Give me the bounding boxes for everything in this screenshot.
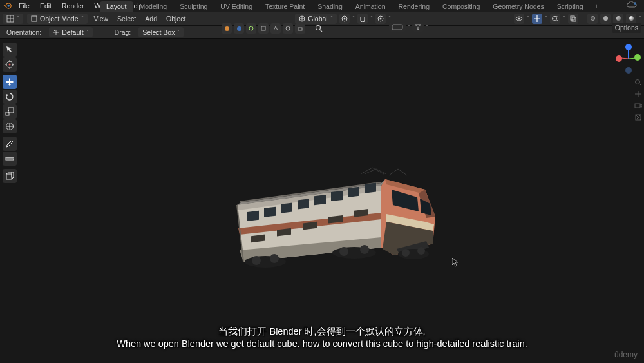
svg-rect-15 [571,16,574,20]
drag-label: Drag: [112,28,134,36]
svg-point-55 [402,249,410,257]
svg-rect-18 [261,26,265,30]
svg-point-52 [270,254,279,263]
ws-tab-sculpting[interactable]: Sculpting [173,1,214,12]
ov-btn-2[interactable] [234,23,244,34]
tool-cursor[interactable] [3,57,17,72]
svg-point-54 [360,245,369,254]
tool-scale[interactable] [3,104,17,119]
orientation-value-dropdown[interactable]: Default ˅ [49,27,92,37]
svg-rect-30 [6,174,12,179]
tool-rotate[interactable] [3,90,17,104]
svg-rect-39 [314,195,326,205]
svg-rect-16 [572,17,576,21]
xray-toggle[interactable] [568,14,578,24]
svg-point-56 [417,247,425,255]
mode-dropdown[interactable]: Object Mode ˅ [27,14,88,24]
svg-rect-38 [298,199,309,209]
svg-point-11 [379,17,381,19]
ws-tab-shading[interactable]: Shading [311,1,349,12]
ws-tab-rendering[interactable]: Rendering [392,1,436,12]
svg-point-25 [9,64,11,66]
gizmo-neg-z-axis[interactable] [625,67,632,74]
cloud-sync-icon[interactable] [626,1,638,11]
workspace-tabs: Layout Modeling Sculpting UV Editing Tex… [100,1,603,12]
shading-wireframe[interactable] [587,14,598,24]
svg-point-12 [518,17,520,19]
svg-line-32 [639,84,641,86]
mini-perspective-icon[interactable] [634,113,642,121]
svg-rect-20 [298,28,302,30]
drag-value-dropdown[interactable]: Select Box ˅ [138,27,184,37]
proportional-edit-toggle[interactable] [375,14,386,24]
ws-tab-scripting[interactable]: Scripting [551,1,590,12]
tool-add-primitive[interactable] [3,169,17,183]
tool-select-box[interactable] [3,43,17,57]
svg-point-49 [332,247,376,259]
gizmo-z-axis[interactable] [625,44,632,50]
viewport-3d[interactable]: 当我们打开 Blender 时,会得到一个默认的立方体, When we ope… [0,39,644,363]
tool-annotate[interactable] [3,137,17,151]
svg-rect-23 [392,25,402,30]
hdr-view[interactable]: View [91,15,111,23]
svg-rect-37 [281,202,292,213]
ws-tab-layout[interactable]: Layout [100,1,133,12]
video-subtitles: 当我们打开 Blender 时,会得到一个默认的立方体, When we ope… [0,326,644,349]
hdr-add[interactable]: Add [142,15,160,23]
hdr-select[interactable]: Select [115,15,138,23]
options-button[interactable]: Options [612,23,641,33]
svg-rect-41 [348,187,359,197]
filter-funnel-icon[interactable] [412,23,424,32]
ws-tab-add[interactable]: + [590,1,603,12]
subtitle-line-1: 当我们打开 Blender 时,会得到一个默认的立方体, [218,326,425,338]
mini-move-icon[interactable] [634,90,642,98]
tool-move[interactable] [3,75,17,89]
ws-tab-uv[interactable]: UV Editing [214,1,259,12]
svg-rect-36 [264,207,276,217]
tool-transform[interactable] [3,119,17,133]
snap-toggle[interactable] [357,14,368,24]
subtitle-line-2: When we open Blender we get default cube… [117,338,527,349]
editor-type-dropdown[interactable]: ˅ [3,14,23,24]
ws-tab-geonodes[interactable]: Geometry Nodes [486,1,550,12]
ov-btn-7[interactable] [295,23,305,34]
mini-camera-icon[interactable] [634,102,642,110]
ov-btn-1[interactable] [222,23,232,34]
visibility-toggle-icon[interactable] [514,14,524,24]
pivot-point-btn[interactable] [339,14,350,24]
watermark-label: ûdemy [614,350,638,359]
ov-btn-5[interactable] [270,23,281,34]
ov-btn-3[interactable] [246,23,256,34]
svg-rect-35 [247,211,259,221]
application-window: File Edit Render Window Help Layout Mode… [0,0,644,363]
ov-btn-6[interactable] [283,23,293,34]
svg-point-31 [636,80,640,84]
ws-tab-compositing[interactable]: Compositing [436,1,486,12]
ws-tab-animation[interactable]: Animation [349,1,392,12]
shading-solid[interactable] [600,14,611,24]
svg-point-51 [252,256,261,265]
header-search[interactable] [315,25,323,32]
axis-gizmo[interactable] [617,44,640,72]
gizmo-toggle[interactable] [532,14,542,24]
mouse-cursor-icon [452,258,459,268]
gizmo-y-axis[interactable] [634,54,641,61]
hdr-object[interactable]: Object [164,15,188,23]
ws-tab-texpaint[interactable]: Texture Paint [259,1,311,12]
svg-rect-33 [635,104,640,108]
svg-point-21 [316,26,321,30]
svg-rect-42 [365,182,376,193]
viewport-object-train[interactable] [232,166,444,270]
gizmo-x-axis[interactable] [616,55,622,62]
tool-measure[interactable] [3,152,17,166]
orientation-label: Orientation: [4,28,44,36]
ws-tab-modeling[interactable]: Modeling [133,1,174,12]
overlay-toggle[interactable] [550,14,560,24]
svg-point-19 [286,26,290,30]
svg-point-53 [339,247,348,256]
mini-zoom-icon[interactable] [634,79,642,86]
filter-pill-1[interactable] [389,23,406,32]
right-mini-toolbar [634,79,643,121]
svg-point-17 [249,26,253,30]
ov-btn-4[interactable] [258,23,269,34]
